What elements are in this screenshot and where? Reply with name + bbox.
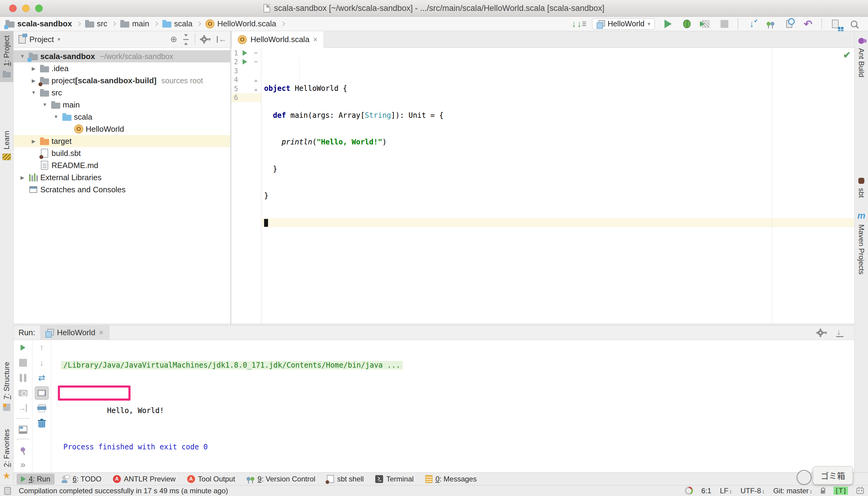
clear-all-button[interactable] (32, 416, 51, 431)
tool-button-antlr-preview[interactable]: A ANTLR Preview (109, 474, 180, 484)
git-branch-widget[interactable]: Git: master↕ (773, 486, 812, 495)
run-line-icon[interactable] (243, 50, 247, 56)
tool-button-project[interactable]: 1: Project (0, 31, 13, 82)
run-with-coverage-button[interactable] (700, 18, 711, 29)
chevron-down-icon[interactable]: ▼ (17, 53, 28, 59)
tree-row-project-build[interactable]: ▶ project [scala-sandbox-build] sources … (14, 75, 230, 87)
close-tab-icon[interactable]: × (99, 328, 104, 337)
code-content[interactable]: object HelloWorld { def main(args: Array… (262, 48, 854, 323)
line-ending-widget[interactable]: LF↕ (720, 486, 732, 495)
tool-button-favorites[interactable]: 2: Favorites ★ (0, 425, 13, 484)
hide-panel-button[interactable] (836, 328, 844, 337)
tool-button-sbt[interactable]: sbt (855, 173, 868, 202)
tool-button-structure[interactable]: 7: Structure (0, 358, 13, 415)
run-configuration-select[interactable]: HelloWorld ▾ (592, 18, 655, 30)
chevron-right-icon[interactable]: ▶ (29, 138, 39, 144)
more-actions-button[interactable]: » (14, 457, 32, 472)
run-line-icon[interactable] (243, 59, 247, 64)
run-console-output[interactable]: /Library/Java/JavaVirtualMachines/jdk1.8… (51, 340, 854, 472)
tool-button-messages[interactable]: 0: Messages (421, 474, 481, 484)
tree-row-target[interactable]: ▶ target (14, 135, 230, 147)
soft-wrap-button[interactable]: ⇄ (32, 370, 51, 386)
scroll-to-end-button[interactable] (32, 386, 51, 401)
tree-row-helloworld[interactable]: O HelloWorld (14, 123, 230, 135)
tool-button-version-control[interactable]: 9: Version Control (242, 474, 320, 484)
pin-tab-button[interactable] (14, 442, 32, 457)
encoding-widget[interactable]: UTF-8↕ (741, 486, 765, 495)
minimize-window-button[interactable] (22, 4, 30, 12)
print-button[interactable] (32, 401, 51, 416)
tree-row-project-root[interactable]: ▼ scala-sandbox ~/work/scala-sandbox (14, 50, 230, 62)
fold-end-icon[interactable] (254, 78, 258, 82)
tool-button-maven[interactable]: m Maven Projects (855, 207, 868, 279)
run-button[interactable] (663, 18, 673, 29)
download-sources-icon[interactable]: ↓↓ (573, 18, 584, 29)
debug-button[interactable] (681, 18, 692, 29)
tree-row-readme[interactable]: README.md (14, 159, 230, 171)
vcs-commit-button[interactable] (765, 18, 776, 29)
locate-file-button[interactable]: ⊕ (170, 35, 177, 44)
chevron-right-icon[interactable]: ▶ (29, 66, 39, 72)
search-everywhere-button[interactable] (849, 18, 859, 29)
cursor-halo (796, 470, 812, 485)
zoom-window-button[interactable] (35, 4, 43, 12)
chevron-down-icon[interactable]: ▾ (58, 36, 60, 43)
hide-panel-button[interactable] (217, 35, 225, 43)
vcs-update-button[interactable]: ↓ (746, 18, 757, 29)
tree-row-idea[interactable]: ▶ .idea (14, 62, 230, 75)
robot-icon[interactable] (856, 488, 864, 494)
toggle-tool-windows-button[interactable] (4, 487, 11, 495)
tree-row-scala[interactable]: ▼ scala (14, 111, 230, 123)
fold-icon[interactable] (254, 52, 258, 53)
show-console-button[interactable] (14, 421, 32, 436)
settings-button[interactable]: ▾ (201, 36, 211, 43)
close-window-button[interactable] (9, 4, 17, 12)
tool-button-sbt-shell[interactable]: sbt shell (323, 474, 368, 484)
tree-row-src[interactable]: ▼ src (14, 87, 230, 99)
tree-row-build-sbt[interactable]: build.sbt (14, 147, 230, 159)
editor-tab-bar: O HelloWorld.scala × (231, 31, 854, 48)
tree-row-scratches[interactable]: Scratches and Consoles (14, 184, 230, 196)
tree-row-main[interactable]: ▼ main (14, 99, 230, 111)
fold-end-icon[interactable] (254, 87, 258, 91)
tool-button-tool-output[interactable]: A Tool Output (183, 474, 239, 484)
breadcrumb-file[interactable]: O HelloWorld.scala (205, 19, 276, 29)
memory-gauge-icon[interactable] (685, 486, 693, 495)
breadcrumb-project[interactable]: scala-sandbox (5, 19, 72, 29)
tree-row-external-libraries[interactable]: ▶ External Libraries (14, 171, 230, 184)
recent-changes-button[interactable] (784, 18, 795, 29)
chevron-down-icon[interactable]: ▼ (51, 114, 61, 120)
tool-button-learn[interactable]: Learn (0, 127, 13, 165)
lock-icon[interactable] (821, 490, 825, 494)
rollback-button[interactable]: ↶ (803, 18, 813, 29)
fold-icon[interactable] (254, 61, 258, 62)
toolbar-separator (17, 418, 29, 419)
tool-button-terminal[interactable]: Terminal (371, 474, 418, 484)
sources-folder-icon (62, 115, 72, 121)
breadcrumb-src[interactable]: src (85, 19, 108, 29)
tab-helloworld-scala[interactable]: O HelloWorld.scala × (231, 31, 324, 48)
down-stack-trace-button: ↓ (32, 355, 51, 370)
chevron-down-icon[interactable]: ▼ (29, 90, 39, 95)
close-tab-icon[interactable]: × (313, 35, 318, 44)
learn-badge-icon (2, 154, 11, 160)
rerun-button[interactable] (14, 340, 32, 355)
breadcrumb-scala[interactable]: scala (162, 19, 192, 29)
code-editor[interactable]: 1 2 3 4 5 6 object HelloWorld { def main… (231, 48, 854, 323)
caret-position-widget[interactable]: 6:1 (701, 486, 711, 495)
inspections-ok-icon[interactable]: ✔ (843, 50, 851, 60)
breadcrumb-main[interactable]: main (120, 19, 149, 29)
chevron-right-icon[interactable]: ▶ (17, 175, 28, 181)
tool-button-run[interactable]: 4: Run (17, 474, 55, 484)
chevron-right-icon[interactable]: ▶ (29, 78, 39, 83)
readonly-badge[interactable]: [T] (834, 486, 848, 495)
run-tab-helloworld[interactable]: HelloWorld × (40, 326, 109, 340)
trash-tooltip[interactable]: ゴミ箱 (813, 466, 853, 484)
chevron-down-icon[interactable]: ▼ (40, 102, 50, 108)
tool-button-todo[interactable]: 6: TODO (58, 474, 106, 484)
console-command-line[interactable]: /Library/Java/JavaVirtualMachines/jdk1.8… (63, 361, 854, 370)
run-settings-button[interactable]: ▾ (818, 329, 827, 336)
project-structure-button[interactable] (830, 18, 841, 29)
tool-button-ant-build[interactable]: Ant Build (855, 34, 868, 81)
collapse-all-button[interactable] (183, 34, 189, 45)
